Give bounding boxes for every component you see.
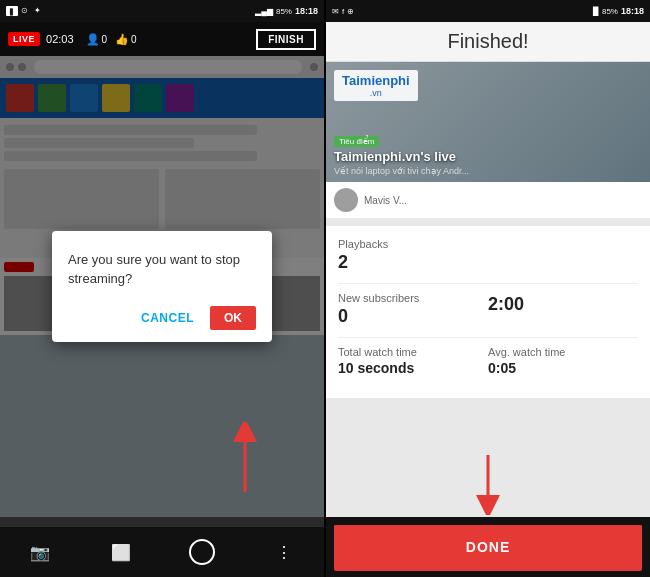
battery-pct-right: 85% (602, 7, 618, 16)
right-panel: ✉ f ⊕ ▉ 85% 18:18 Finished! Taimienphi .… (326, 0, 650, 577)
stats-area: Playbacks 2 New subscribers 0 2:00 Total… (326, 226, 650, 398)
video-subtitle: Vết nói laptop với tivi chạy Andr... (334, 166, 642, 176)
avg-watch-col: Avg. watch time 0:05 (488, 346, 638, 376)
square-nav-icon[interactable]: ⬜ (109, 540, 133, 564)
signal-icon: ▋ (6, 6, 18, 16)
right-content[interactable]: Taimienphi .vn Tiêu điểm Taimienphi.vn's… (326, 62, 650, 517)
video-label: Tiêu điểm (334, 136, 379, 147)
ok-button[interactable]: OK (210, 306, 256, 330)
playbacks-label: Playbacks (338, 238, 638, 250)
video-meta: Mavis V... (326, 182, 650, 218)
done-button[interactable]: DONE (334, 525, 642, 569)
viewer-count: 0 (102, 34, 108, 45)
dialog-message: Are you sure you want to stop streaming? (68, 251, 256, 287)
time-left: 18:18 (295, 6, 318, 16)
camera-nav-icon[interactable]: 📷 (28, 540, 52, 564)
watch-time-row: Total watch time 10 seconds Avg. watch t… (338, 346, 638, 376)
playbacks-value: 2 (338, 252, 638, 273)
new-subscribers-label: New subscribers (338, 292, 488, 304)
arrow-annotation-left (230, 422, 260, 492)
stat-divider-1 (338, 283, 638, 284)
thumb-icon: 👍 (115, 33, 129, 46)
duration-value: 2:00 (488, 294, 638, 315)
stop-streaming-dialog: Are you sure you want to stop streaming?… (52, 231, 272, 341)
status-right-left-icons: ✉ f ⊕ (332, 7, 354, 16)
total-watch-col: Total watch time 10 seconds (338, 346, 488, 376)
bluetooth-icon: ✦ (34, 6, 44, 16)
person-icon: 👤 (86, 33, 100, 46)
duration-col: 2:00 (488, 292, 638, 327)
status-left-icons: ▋ ⊙ ✦ (6, 6, 44, 16)
wifi-icon: ⊙ (21, 6, 31, 16)
battery-pct: 85% (276, 7, 292, 16)
live-timer: 02:03 (46, 33, 74, 45)
cancel-button[interactable]: CANCEL (141, 311, 194, 325)
dialog-overlay: Are you sure you want to stop streaming?… (0, 56, 324, 517)
dots-nav-icon[interactable]: ⋮ (272, 540, 296, 564)
playbacks-stat: Playbacks 2 (338, 238, 638, 273)
circle-nav-icon[interactable] (189, 539, 215, 565)
like-stat: 👍 0 (115, 33, 137, 46)
status-bar-right: ✉ f ⊕ ▉ 85% 18:18 (326, 0, 650, 22)
video-thumb-text: Tiêu điểm Taimienphi.vn's live Vết nói l… (334, 130, 642, 176)
avg-watch-label: Avg. watch time (488, 346, 638, 358)
fb2-icon: ⊕ (347, 7, 354, 16)
signal-bars: ▂▄▆ (255, 7, 273, 16)
channel-name: Mavis V... (364, 195, 407, 206)
status-right-icons: ▂▄▆ 85% 18:18 (255, 6, 318, 16)
status-right-right-icons: ▉ 85% 18:18 (593, 6, 644, 16)
battery-icon-right: ▉ (593, 7, 599, 16)
finished-header: Finished! (326, 22, 650, 62)
subscribers-row: New subscribers 0 2:00 (338, 292, 638, 327)
finished-title: Finished! (447, 30, 528, 53)
live-bar: LIVE 02:03 👤 0 👍 0 FINISH (0, 22, 324, 56)
dialog-buttons: CANCEL OK (68, 306, 256, 330)
new-subscribers-col: New subscribers 0 (338, 292, 488, 327)
video-thumbnail: Taimienphi .vn Tiêu điểm Taimienphi.vn's… (326, 62, 650, 182)
like-count: 0 (131, 34, 137, 45)
bottom-nav-left: 📷 ⬜ ⋮ (0, 527, 324, 577)
video-logo: Taimienphi .vn (334, 70, 418, 101)
arrow-annotation-right (473, 455, 503, 515)
logo-vn: .vn (342, 88, 410, 98)
logo-tai: Taimienphi (342, 73, 410, 88)
status-bar-left: ▋ ⊙ ✦ ▂▄▆ 85% 18:18 (0, 0, 324, 22)
total-watch-label: Total watch time (338, 346, 488, 358)
viewer-stat: 👤 0 (86, 33, 108, 46)
total-watch-value: 10 seconds (338, 360, 488, 376)
message-icon: ✉ (332, 7, 339, 16)
fb-icon: f (342, 7, 344, 16)
time-right: 18:18 (621, 6, 644, 16)
video-card: Taimienphi .vn Tiêu điểm Taimienphi.vn's… (326, 62, 650, 218)
done-btn-container: DONE (326, 517, 650, 577)
left-panel: ▋ ⊙ ✦ ▂▄▆ 85% 18:18 LIVE 02:03 👤 0 👍 0 F… (0, 0, 324, 577)
stat-divider-2 (338, 337, 638, 338)
channel-avatar (334, 188, 358, 212)
video-title: Taimienphi.vn's live (334, 149, 642, 164)
avg-watch-value: 0:05 (488, 360, 638, 376)
live-badge: LIVE (8, 32, 40, 46)
live-stats: 👤 0 👍 0 (86, 33, 137, 46)
new-subscribers-value: 0 (338, 306, 488, 327)
finish-button[interactable]: FINISH (256, 29, 316, 50)
